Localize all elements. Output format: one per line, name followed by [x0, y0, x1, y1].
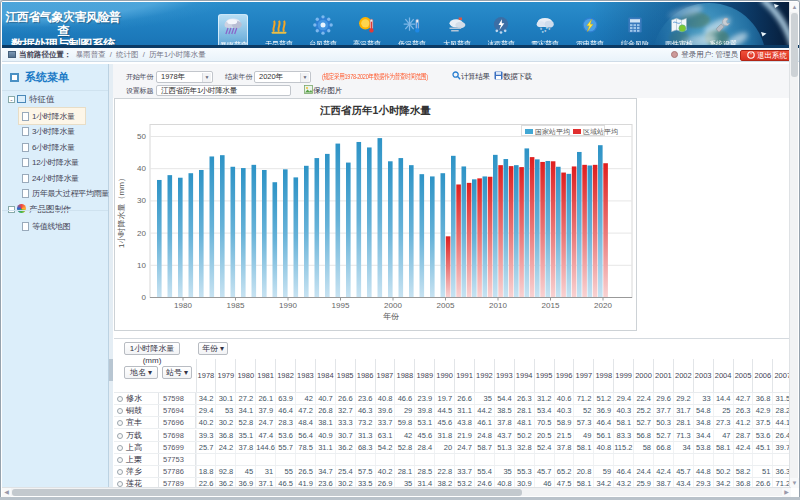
svg-text:2000: 2000 [384, 301, 402, 310]
svg-text:1995: 1995 [332, 301, 350, 310]
svg-text:30: 30 [137, 196, 146, 205]
svg-text:0: 0 [142, 293, 147, 302]
svg-text:2010: 2010 [489, 301, 507, 310]
svg-text:1980: 1980 [174, 301, 192, 310]
svg-text:*: * [546, 26, 548, 32]
svg-text:1小时降水量（mm）: 1小时降水量（mm） [117, 174, 126, 248]
svg-text:20: 20 [137, 229, 146, 238]
svg-text:2005: 2005 [437, 301, 455, 310]
svg-text:1990: 1990 [279, 301, 297, 310]
svg-text:1985: 1985 [227, 301, 245, 310]
svg-text:*: * [548, 27, 550, 33]
svg-text:*: * [542, 30, 544, 35]
svg-text:年份: 年份 [383, 312, 399, 321]
svg-text:10: 10 [137, 261, 146, 270]
svg-text:2020: 2020 [594, 301, 612, 310]
svg-text:50: 50 [137, 132, 146, 141]
svg-text:40: 40 [137, 164, 146, 173]
svg-text:2015: 2015 [542, 301, 560, 310]
